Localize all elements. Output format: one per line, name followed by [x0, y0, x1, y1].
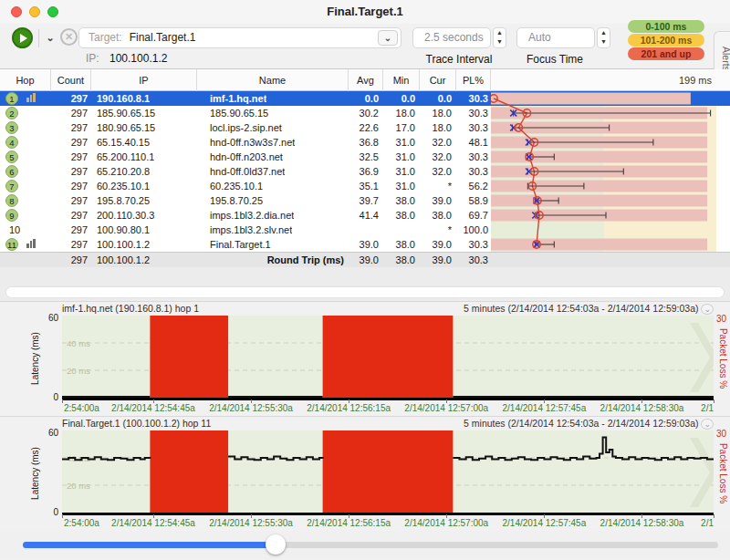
stop-button[interactable]: ✕ [60, 28, 78, 46]
legend-pill-1: 101-200 ms [628, 34, 704, 47]
target-dropdown-button[interactable]: ⌄ [378, 30, 398, 46]
table-row-hop-2[interactable]: 2297185.90.65.15185.90.65.1530.218.018.0… [0, 106, 730, 120]
close-window-button[interactable] [11, 6, 22, 17]
column-header-hop[interactable]: Hop [0, 69, 51, 91]
zoom-window-button[interactable] [47, 6, 58, 17]
name-cell: imps.1bl3.2.slv.net [210, 223, 292, 237]
hop-badge: 1 [5, 92, 18, 105]
name-cell: hdn-0ff.n203.net [210, 150, 283, 164]
table-row-hop-9[interactable]: 9297200.110.30.3imps.1bl3.2.dia.net41.43… [0, 208, 730, 223]
time-slider-track[interactable] [23, 542, 718, 548]
target-label: Target: [89, 31, 122, 44]
toolbar-separator [38, 29, 39, 47]
focus-time-stepper[interactable]: ▲▼ [597, 27, 610, 48]
minimize-window-button[interactable] [29, 6, 40, 17]
column-header-min[interactable]: Min [383, 69, 420, 91]
min-cell: 17.0 [383, 120, 420, 135]
footer-name: Round Trip (ms) [197, 253, 349, 268]
min-cell: 31.0 [383, 150, 420, 164]
table-row-hop-6[interactable]: 629765.210.20.8hnd-0ff.0ld37.net36.931.0… [0, 164, 730, 179]
ip-cell: 200.110.30.3 [97, 208, 154, 223]
cur-cell: 18.0 [420, 106, 456, 120]
trace-interval-stepper[interactable]: ▲▼ [493, 27, 506, 48]
packet-loss-block [150, 430, 228, 513]
count-cell: 297 [51, 237, 91, 252]
hop-rows: 1297190.160.8.1imf-1.hq.net0.00.00.030.3… [0, 91, 730, 252]
cur-cell: 32.0 [420, 164, 456, 179]
avg-cell: 22.6 [349, 120, 383, 135]
count-cell: 297 [51, 106, 91, 120]
timeline-graph-2: Final.Target.1 (100.100.1.2) hop 115 min… [0, 416, 730, 531]
hop-badge: 6 [5, 165, 18, 178]
packet-loss-max-label: 30 [716, 429, 726, 439]
table-row-hop-1[interactable]: 1297190.160.8.1imf-1.hq.net0.00.00.030.3 [0, 91, 730, 106]
name-cell: imps.1bl3.2.dia.net [210, 208, 294, 223]
column-header-ip[interactable]: IP [91, 69, 197, 91]
time-range-selector[interactable]: 5 minutes (2/14/2014 12:54:03a - 2/14/20… [464, 303, 714, 314]
timeline-plot[interactable]: 40 ms20 ms [62, 316, 714, 400]
avg-cell: 41.4 [349, 208, 383, 223]
ip-cell: 60.235.10.1 [97, 179, 150, 193]
table-row-hop-10[interactable]: 10297100.90.80.1imps.1bl3.2.slv.net*100.… [0, 223, 730, 237]
cur-cell: 32.0 [420, 135, 456, 150]
time-range-selector[interactable]: 5 minutes (2/14/2014 12:54:03a - 2/14/20… [464, 418, 714, 429]
column-header-avg[interactable]: Avg [349, 69, 383, 91]
column-header-cur[interactable]: Cur [420, 69, 456, 91]
column-header-count[interactable]: Count [51, 69, 91, 91]
table-row-hop-3[interactable]: 3297180.90.65.15locl.ips-2.sip.net22.617… [0, 120, 730, 135]
avg-cell: 36.8 [349, 135, 383, 150]
time-range-label: 5 minutes (2/14/2014 12:54:03a - 2/14/20… [464, 303, 698, 314]
titlebar: Final.Target.1 [0, 0, 730, 24]
x-axis-tick [62, 514, 63, 518]
x-axis-tick [62, 399, 63, 403]
hop-badge: 3 [5, 121, 18, 134]
hop-badge: 4 [5, 136, 18, 149]
table-row-hop-7[interactable]: 729760.235.10.160.235.10.135.131.0*56.2 [0, 179, 730, 193]
chevron-down-icon: ⌄ [701, 304, 714, 315]
column-header-name[interactable]: Name [197, 69, 349, 91]
horizontal-scrollbar[interactable] [5, 286, 725, 298]
pl-cell: 30.3 [456, 120, 491, 135]
play-options-chevron-icon[interactable]: ⌄ [43, 30, 57, 45]
trace-interval-label: Trace Interval [404, 53, 514, 66]
latency-axis-label: Latency (ms) [30, 332, 40, 385]
table-row-hop-5[interactable]: 529765.200.110.1hdn-0ff.n203.net32.531.0… [0, 150, 730, 164]
timeline-shown-icon [26, 93, 36, 102]
packet-loss-block [323, 316, 454, 398]
hop-badge: 11 [5, 238, 18, 251]
min-cell: 18.0 [383, 106, 420, 120]
hop-badge: 2 [5, 107, 18, 119]
cur-cell: 0.0 [420, 91, 456, 106]
table-row-hop-8[interactable]: 8297195.8.70.25195.8.70.2539.738.039.058… [0, 193, 730, 208]
ip-cell: 185.90.65.15 [97, 106, 155, 120]
pl-cell: 58.9 [456, 193, 491, 208]
hop-number: 10 [9, 223, 20, 237]
table-row-hop-4[interactable]: 429765.15.40.15hnd-0ff.n3w3s7.net36.831.… [0, 135, 730, 150]
target-value: Final.Target.1 [130, 31, 196, 44]
cur-cell: * [420, 223, 456, 237]
table-row-hop-11[interactable]: 11297100.100.1.2Final.Target.139.038.039… [0, 237, 730, 252]
time-slider-thumb[interactable] [266, 534, 286, 555]
min-cell: 38.0 [383, 237, 420, 252]
latency-legend: 0-100 ms101-200 ms201 and up [628, 20, 704, 61]
svg-text:40 ms: 40 ms [67, 338, 90, 348]
footer-pl: 30.3 [456, 253, 491, 268]
focus-time-input[interactable]: Auto [516, 27, 595, 48]
trace-interval-input[interactable]: 2.5 seconds [412, 27, 491, 48]
count-cell: 297 [51, 193, 91, 208]
timeline-plot[interactable]: 40 ms20 ms [62, 430, 714, 515]
x-axis-label: 2/14/2014 12:57:00a [404, 403, 488, 413]
packet-loss-block [323, 430, 454, 513]
play-button[interactable] [12, 27, 33, 48]
target-input[interactable]: Target:Final.Target.1 ⌄ [78, 27, 402, 48]
min-cell: 31.0 [383, 135, 420, 150]
min-cell: 38.0 [383, 193, 420, 208]
hop-badge: 8 [5, 194, 18, 207]
x-axis-label: 2/14/2014 12:54:45a [111, 518, 195, 528]
ip-label: IP: [86, 52, 99, 65]
time-slider-fill [23, 542, 276, 548]
footer-avg: 39.0 [349, 253, 383, 268]
column-header-pl[interactable]: PL% [456, 69, 491, 91]
avg-cell: 0.0 [349, 91, 383, 106]
pl-cell: 48.1 [456, 135, 491, 150]
